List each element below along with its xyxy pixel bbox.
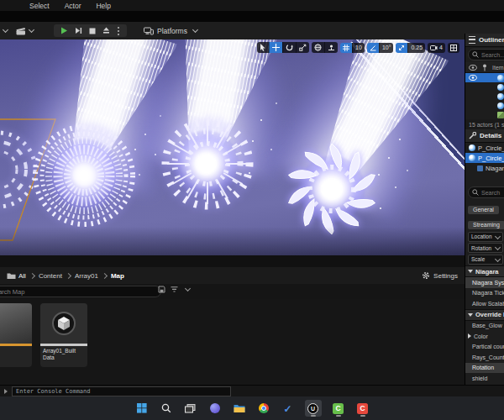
taskbar-search-button[interactable]: [159, 400, 174, 417]
grid-snap-value[interactable]: 10: [352, 43, 365, 53]
outliner-row[interactable]: [465, 110, 504, 119]
asset-label: [0, 346, 32, 367]
prop-niagara-tick[interactable]: Niagara Tick Be: [465, 288, 504, 299]
task-view-button[interactable]: [183, 400, 198, 417]
rotation-snap-toggle[interactable]: [367, 43, 379, 53]
move-tool-button[interactable]: [269, 42, 282, 53]
param-partical-count[interactable]: Partical count: [465, 342, 504, 353]
prop-allow-scalability[interactable]: Allow Scalabilit: [465, 298, 504, 309]
chevron-down-icon[interactable]: [185, 286, 191, 291]
menu-select[interactable]: Select: [29, 2, 50, 10]
scale-snap-toggle[interactable]: [396, 43, 407, 53]
red-c-app-button[interactable]: C: [355, 400, 370, 417]
platforms-button[interactable]: Platforms: [144, 27, 197, 35]
grid-snap-toggle[interactable]: [340, 43, 352, 53]
niagara-actor-icon: [497, 102, 504, 109]
pin-icon[interactable]: [482, 64, 487, 71]
location-dropdown[interactable]: Location: [468, 232, 503, 242]
status-bar: Enter Console Command: [0, 385, 504, 396]
menu-help[interactable]: Help: [96, 2, 110, 10]
param-color[interactable]: Color: [465, 331, 504, 342]
chrome-button[interactable]: [256, 400, 271, 417]
eye-icon[interactable]: [469, 75, 477, 81]
main-toolbar: Platforms: [0, 22, 504, 39]
more-options-icon[interactable]: [118, 30, 119, 32]
breadcrumb-array01[interactable]: Array01: [75, 272, 98, 280]
eye-icon[interactable]: [469, 65, 477, 71]
param-rotation[interactable]: Rotation: [465, 363, 504, 374]
menu-actor[interactable]: Actor: [65, 2, 81, 10]
skip-frame-button[interactable]: [75, 27, 82, 34]
breadcrumb-content[interactable]: Content: [39, 272, 62, 280]
surface-snap-button[interactable]: [324, 42, 338, 53]
camtasia-button[interactable]: C: [331, 400, 346, 417]
filter-streaming-button[interactable]: Streaming: [468, 221, 504, 229]
breadcrumb-map[interactable]: Map: [111, 272, 124, 280]
start-button[interactable]: [134, 400, 150, 417]
eject-button[interactable]: [102, 27, 110, 34]
asset-tile-built-data[interactable]: Array01_Built Data: [40, 303, 87, 367]
details-component-row-selected[interactable]: P_Circle_AC: [465, 153, 504, 163]
outliner-search-input[interactable]: Search...: [468, 49, 504, 60]
outliner-tab[interactable]: Outliner: [465, 34, 504, 47]
scale-dropdown[interactable]: Scale: [468, 255, 503, 265]
check-app-button[interactable]: [281, 400, 296, 417]
camera-speed-button[interactable]: 4: [428, 43, 445, 53]
details-search-input[interactable]: Search: [468, 186, 504, 198]
details-actor-row[interactable]: P_Circle_: [465, 143, 504, 153]
rotation-snap-value[interactable]: 10°: [379, 43, 394, 53]
filter-icon[interactable]: [171, 286, 178, 293]
console-command-input[interactable]: Enter Console Command: [12, 386, 231, 396]
angle-icon: [370, 45, 376, 51]
stop-button[interactable]: [89, 28, 96, 34]
hamburger-icon: [469, 36, 475, 44]
cinematics-icon[interactable]: [16, 27, 27, 35]
niagara-actor-icon: [469, 144, 475, 151]
breadcrumb-all[interactable]: All: [18, 272, 26, 280]
viewport-layout-button[interactable]: [448, 43, 459, 53]
search-icon: [161, 403, 171, 413]
scale-tool-button[interactable]: [296, 42, 309, 53]
rotation-dropdown[interactable]: Rotation: [468, 243, 503, 253]
right-dock-panel: Outliner Search... Item Lab 15 actors (1: [465, 34, 504, 396]
param-shield[interactable]: shield: [465, 373, 504, 384]
param-rays-count[interactable]: Rays_Count: [465, 352, 504, 363]
folder-icon: [7, 272, 16, 280]
world-space-button[interactable]: [312, 42, 324, 53]
chevron-down-icon[interactable]: [3, 27, 8, 33]
filter-general-button[interactable]: General: [468, 206, 499, 214]
wrench-icon: [469, 132, 476, 139]
prop-niagara-system[interactable]: Niagara System: [465, 277, 504, 288]
file-explorer-button[interactable]: [232, 400, 247, 417]
search-icon: [472, 189, 479, 196]
play-button[interactable]: [60, 27, 68, 34]
red-c-icon: C: [357, 403, 368, 414]
section-override-parameters[interactable]: Override Param: [465, 309, 504, 321]
settings-button[interactable]: Settings: [422, 271, 458, 280]
details-subcomponent-row[interactable]: Niagar: [465, 163, 504, 173]
param-base-glow[interactable]: Base_Glow: [465, 321, 504, 332]
outliner-row[interactable]: [465, 82, 504, 92]
outliner-row[interactable]: [465, 92, 504, 101]
section-niagara[interactable]: Niagara: [465, 265, 504, 277]
outliner-row[interactable]: [465, 101, 504, 110]
asset-tile-map[interactable]: [0, 303, 32, 367]
unreal-engine-button[interactable]: U: [305, 400, 322, 417]
windows-taskbar: U C C: [0, 396, 504, 420]
content-search-input[interactable]: Search Map: [0, 286, 161, 297]
asset-label: Array01_Built Data: [40, 346, 87, 367]
chevron-down-icon[interactable]: [29, 27, 34, 33]
copilot-button[interactable]: [207, 400, 223, 417]
select-tool-button[interactable]: [257, 42, 269, 53]
scale-snap-value[interactable]: 0.25: [407, 43, 425, 53]
save-search-icon[interactable]: [158, 286, 165, 293]
outliner-row-selected[interactable]: [465, 73, 504, 82]
breadcrumb-separator-icon: [102, 272, 108, 278]
rotate-tool-button[interactable]: [282, 42, 296, 53]
outliner-footer: 15 actors (1 se: [465, 119, 504, 129]
outliner-column-header: Item Lab: [465, 62, 504, 73]
level-viewport[interactable]: 10 10° 0.25 4: [0, 39, 465, 255]
camtasia-icon: C: [333, 403, 344, 414]
details-tab[interactable]: Details: [465, 129, 504, 143]
built-data-thumbnail: [40, 303, 87, 344]
